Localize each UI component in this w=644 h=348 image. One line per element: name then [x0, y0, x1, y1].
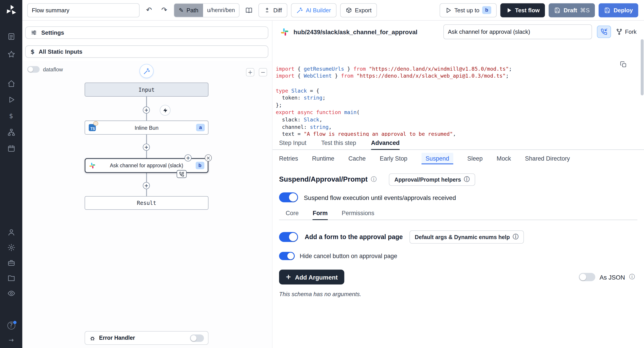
- collapse-sidebar-arrow-icon[interactable]: →: [7, 336, 15, 344]
- flow-summary-input[interactable]: [27, 3, 140, 17]
- code-editor[interactable]: import { getResumeUrls } from "https://d…: [272, 42, 644, 136]
- node-input[interactable]: Input: [84, 82, 208, 96]
- deploy-button[interactable]: Deploy: [598, 3, 638, 17]
- info-icon[interactable]: ⓘ: [371, 176, 377, 183]
- workers-briefcase-icon[interactable]: [7, 258, 15, 267]
- hide-cancel-toggle[interactable]: [279, 252, 295, 260]
- save-icon: [604, 7, 611, 14]
- tab-permissions[interactable]: Permissions: [342, 210, 374, 220]
- tab-step-input[interactable]: Step Input: [279, 140, 306, 150]
- suspend-sub-tabs: Core Form Permissions: [279, 207, 637, 220]
- tab-suspend[interactable]: Suspend: [421, 153, 453, 164]
- help-notification-dot: [13, 321, 16, 324]
- git-fork-icon: [616, 28, 622, 35]
- copy-code-button[interactable]: [620, 49, 632, 80]
- info-icon: ⓘ: [513, 233, 518, 241]
- tab-advanced[interactable]: Advanced: [371, 140, 400, 150]
- help-icon[interactable]: ?: [7, 321, 15, 330]
- path-value: u/henri/ben: [203, 4, 239, 17]
- approval-prompt-helpers-button[interactable]: Approval/Prompt helpers ⓘ: [389, 173, 475, 186]
- edit-path-button[interactable]: ✎ Path: [174, 4, 203, 17]
- pencil-icon: ✎: [179, 7, 184, 13]
- draft-button[interactable]: Draft ⌘S: [549, 3, 595, 17]
- insert-step-button[interactable]: +: [143, 182, 150, 189]
- ai-flow-button[interactable]: [140, 64, 154, 78]
- default-args-help-button[interactable]: Default args & Dynamic enums help ⓘ: [410, 230, 524, 244]
- error-handler-toggle[interactable]: [190, 334, 204, 342]
- clipboard-copy-icon: [620, 61, 627, 68]
- add-argument-button[interactable]: + Add Argument: [279, 270, 344, 284]
- flow-panel: Settings $ All Static Inputs dataflow + …: [22, 20, 272, 348]
- add-form-label: Add a form to the approval page: [304, 233, 403, 241]
- suspend-indicator-button[interactable]: [597, 26, 611, 38]
- runs-play-icon[interactable]: [7, 95, 15, 104]
- settings-gear-icon[interactable]: [7, 243, 15, 252]
- hub-script-path[interactable]: hub/2439/slack/ask_channel_for_approval: [294, 28, 418, 35]
- undo-button[interactable]: ↶: [143, 4, 155, 16]
- as-json-toggle[interactable]: [579, 273, 596, 281]
- node-inline-bun[interactable]: TS Inline Bun a: [84, 120, 208, 135]
- insert-step-button[interactable]: +: [184, 154, 192, 161]
- audit-eye-icon[interactable]: [7, 289, 15, 297]
- slack-icon: [89, 162, 96, 169]
- tab-shared-directory[interactable]: Shared Directory: [525, 155, 570, 162]
- tab-test-this-step[interactable]: Test this step: [321, 140, 356, 150]
- variables-dollar-icon[interactable]: $: [7, 112, 15, 120]
- path-label: Path: [186, 7, 198, 14]
- suspend-toggle-label: Suspend flow execution until events/appr…: [304, 194, 456, 201]
- diff-button[interactable]: Diff: [258, 3, 287, 17]
- ai-builder-button[interactable]: AI Builder: [291, 3, 336, 17]
- add-form-toggle[interactable]: [279, 232, 298, 242]
- book-icon: [245, 6, 253, 14]
- tab-form[interactable]: Form: [312, 210, 328, 220]
- scrollbar-thumb[interactable]: [641, 39, 644, 95]
- dataflow-label: dataflow: [43, 66, 63, 72]
- tab-retries[interactable]: Retries: [279, 155, 298, 162]
- suspend-flow-toggle[interactable]: [279, 192, 298, 202]
- insert-step-button[interactable]: +: [143, 106, 150, 114]
- tab-cache[interactable]: Cache: [348, 155, 366, 162]
- fork-button[interactable]: Fork: [616, 28, 636, 35]
- flow-graph: dataflow + − Input + TS: [22, 61, 272, 348]
- flow-settings-button[interactable]: Settings: [25, 26, 268, 39]
- advanced-tabs: Retries Runtime Cache Early Stop Suspend…: [272, 150, 644, 164]
- zoom-in-button[interactable]: +: [246, 68, 254, 76]
- magic-wand-icon: [143, 68, 150, 74]
- test-flow-button[interactable]: Test flow: [500, 3, 545, 17]
- trigger-bolt-button[interactable]: [160, 105, 170, 116]
- error-handler-row[interactable]: Error Handler: [84, 331, 208, 345]
- dataflow-toggle[interactable]: [27, 66, 40, 73]
- schedules-calendar-icon[interactable]: [7, 144, 15, 152]
- info-icon[interactable]: ⓘ: [629, 273, 635, 281]
- phone-incoming-icon: [179, 172, 184, 176]
- tab-core[interactable]: Core: [286, 210, 299, 220]
- tab-runtime[interactable]: Runtime: [312, 155, 334, 162]
- hide-cancel-label: Hide cancel button on approval page: [300, 253, 397, 260]
- export-button[interactable]: Export: [340, 3, 377, 17]
- tab-sleep[interactable]: Sleep: [467, 155, 482, 162]
- step-badge: b: [482, 6, 491, 14]
- as-json-label: As JSON: [600, 274, 625, 280]
- app-sidebar: $ ? →: [0, 0, 22, 348]
- suspend-approval-indicator[interactable]: [177, 170, 186, 178]
- insert-step-button[interactable]: +: [143, 144, 150, 150]
- flows-sitemap-icon[interactable]: [7, 128, 15, 136]
- sliders-icon: [31, 29, 37, 36]
- zoom-out-button[interactable]: −: [259, 68, 267, 76]
- runs-list-icon[interactable]: [7, 32, 15, 40]
- folders-icon[interactable]: [7, 274, 15, 282]
- bug-icon: [89, 334, 96, 341]
- tab-mock[interactable]: Mock: [497, 155, 511, 162]
- redo-button[interactable]: ↷: [158, 4, 170, 16]
- delete-step-button[interactable]: ×: [205, 154, 212, 161]
- step-name-input[interactable]: [444, 24, 592, 39]
- home-icon[interactable]: [7, 79, 15, 88]
- windmill-logo[interactable]: [5, 4, 17, 16]
- all-static-inputs-button[interactable]: $ All Static Inputs: [25, 46, 268, 58]
- docs-button[interactable]: [243, 4, 255, 16]
- favorites-star-icon[interactable]: [7, 50, 15, 58]
- test-up-to-button[interactable]: Test up to b: [440, 3, 496, 17]
- users-icon[interactable]: [7, 228, 15, 236]
- node-result[interactable]: Result: [84, 196, 208, 210]
- tab-early-stop[interactable]: Early Stop: [380, 155, 408, 162]
